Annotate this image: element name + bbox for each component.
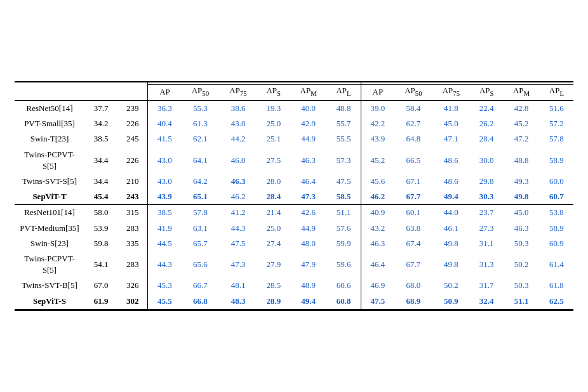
flops-cell: 243 <box>117 189 148 205</box>
flops-cell: 335 <box>117 236 148 251</box>
r1-ap-cell: 43.0 <box>148 147 182 174</box>
r3-ap75-header: AP75 <box>432 85 471 101</box>
backbone-cell: Swin-S[23] <box>15 236 84 251</box>
flops-cell: 210 <box>117 174 148 189</box>
r1-ap75-cell: 44.2 <box>219 131 257 147</box>
param-cell: 45.4 <box>84 189 117 205</box>
r3-aps-cell: 27.3 <box>470 221 503 236</box>
r3-apm-cell: 50.3 <box>503 236 540 251</box>
table-row: PVT-Medium[35]53.928341.963.144.325.044.… <box>15 221 573 236</box>
r1-apm-cell: 48.0 <box>290 236 327 251</box>
table-row: Swin-T[23]38.524541.562.144.225.144.955.… <box>15 131 573 147</box>
r3-aps-cell: 31.3 <box>470 251 503 278</box>
backbone-header <box>15 82 84 100</box>
r1-ap-cell: 43.0 <box>148 174 182 189</box>
r3-ap-cell: 46.3 <box>361 236 394 251</box>
r1-aps-header: APS <box>257 85 290 101</box>
r1-apm-header: APM <box>290 85 327 101</box>
table-row: Swin-S[23]59.833544.565.747.527.448.059.… <box>15 236 573 251</box>
r1-aps-cell: 27.5 <box>257 147 290 174</box>
r3-ap50-cell: 67.4 <box>394 236 432 251</box>
r1-apm-cell: 42.9 <box>290 116 327 131</box>
r3-ap75-cell: 45.0 <box>432 116 471 131</box>
r1-apl-cell: 57.6 <box>327 221 361 236</box>
r3-apm-cell: 46.3 <box>503 221 540 236</box>
r3-aps-header: APS <box>470 85 503 101</box>
r3-apl-cell: 61.4 <box>540 251 573 278</box>
r3-ap-cell: 47.5 <box>361 294 394 310</box>
r3-aps-cell: 29.8 <box>470 174 503 189</box>
flops-cell: 326 <box>117 278 148 293</box>
r1-ap-cell: 44.3 <box>148 251 182 278</box>
r1-ap50-cell: 66.7 <box>182 278 220 293</box>
r1-aps-cell: 25.1 <box>257 131 290 147</box>
r1-ap50-cell: 61.3 <box>182 116 220 131</box>
r1-apl-cell: 57.3 <box>327 147 361 174</box>
r3-ap75-cell: 41.8 <box>432 101 471 117</box>
r3-apm-cell: 42.8 <box>503 101 540 117</box>
param-cell: 59.8 <box>84 236 117 251</box>
r3-aps-cell: 30.0 <box>470 147 503 174</box>
r1-aps-cell: 28.5 <box>257 278 290 293</box>
r3-ap-cell: 39.0 <box>361 101 394 117</box>
r1-ap50-cell: 65.6 <box>182 251 220 278</box>
r3-ap50-cell: 58.4 <box>394 101 432 117</box>
r1-ap-header: AP <box>148 85 182 101</box>
r1-aps-cell: 27.9 <box>257 251 290 278</box>
param-cell: 34.2 <box>84 116 117 131</box>
r1-apm-cell: 49.4 <box>290 294 327 310</box>
table-row: ResNet50[14]37.723936.355.338.619.340.04… <box>15 101 573 117</box>
backbone-cell: ResNet101[14] <box>15 205 84 221</box>
r1-apl-cell: 47.5 <box>327 174 361 189</box>
r3-ap50-cell: 66.5 <box>394 147 432 174</box>
table-row: Twins-PCPVT-S[5]34.422643.064.146.027.54… <box>15 147 573 174</box>
r1-aps-cell: 28.9 <box>257 294 290 310</box>
r3-ap50-cell: 67.1 <box>394 174 432 189</box>
r3-ap50-cell: 67.7 <box>394 189 432 205</box>
r1-apm-cell: 48.9 <box>290 278 327 293</box>
r3-apm-cell: 48.8 <box>503 147 540 174</box>
r1-ap50-cell: 65.1 <box>182 189 220 205</box>
param-cell: 34.4 <box>84 174 117 189</box>
r3-ap50-cell: 67.7 <box>394 251 432 278</box>
flops-cell: 283 <box>117 221 148 236</box>
r1-ap-cell: 41.5 <box>148 131 182 147</box>
r3-apl-cell: 58.9 <box>540 147 573 174</box>
table-row: Twins-SVT-S[5]34.421043.064.246.328.046.… <box>15 174 573 189</box>
r3-ap75-cell: 49.8 <box>432 236 471 251</box>
r3-aps-cell: 23.7 <box>470 205 503 221</box>
r1-ap75-cell: 47.3 <box>219 251 257 278</box>
r1-ap50-cell: 64.2 <box>182 174 220 189</box>
r3-ap75-cell: 46.1 <box>432 221 471 236</box>
r3-apm-cell: 50.3 <box>503 278 540 293</box>
r1-ap50-cell: 55.3 <box>182 101 220 117</box>
flops-cell: 226 <box>117 147 148 174</box>
r1-aps-cell: 21.4 <box>257 205 290 221</box>
r3-ap75-cell: 44.0 <box>432 205 471 221</box>
r1-ap75-cell: 48.3 <box>219 294 257 310</box>
backbone-cell: Twins-SVT-S[5] <box>15 174 84 189</box>
param-header <box>84 82 117 100</box>
param-cell: 53.9 <box>84 221 117 236</box>
r1-ap75-cell: 44.3 <box>219 221 257 236</box>
r1-apm-cell: 42.6 <box>290 205 327 221</box>
r3-ap-cell: 42.2 <box>361 116 394 131</box>
r1-ap75-header: AP75 <box>219 85 257 101</box>
r1-ap-cell: 36.3 <box>148 101 182 117</box>
r1-ap75-cell: 46.0 <box>219 147 257 174</box>
r1-ap75-cell: 48.1 <box>219 278 257 293</box>
r1-ap75-cell: 47.5 <box>219 236 257 251</box>
r3-ap50-cell: 64.8 <box>394 131 432 147</box>
r1-apl-cell: 59.6 <box>327 251 361 278</box>
r1-ap-cell: 41.9 <box>148 221 182 236</box>
r1-ap-cell: 45.5 <box>148 294 182 310</box>
flops-header <box>117 82 148 100</box>
table-row: SepViT-S61.930245.566.848.328.949.460.84… <box>15 294 573 310</box>
r1-apm-cell: 47.9 <box>290 251 327 278</box>
param-cell: 54.1 <box>84 251 117 278</box>
table-row: ResNet101[14]58.031538.557.841.221.442.6… <box>15 205 573 221</box>
backbone-cell: PVT-Medium[35] <box>15 221 84 236</box>
r3-ap75-cell: 48.6 <box>432 147 471 174</box>
r1-apl-cell: 55.7 <box>327 116 361 131</box>
param-cell: 67.0 <box>84 278 117 293</box>
